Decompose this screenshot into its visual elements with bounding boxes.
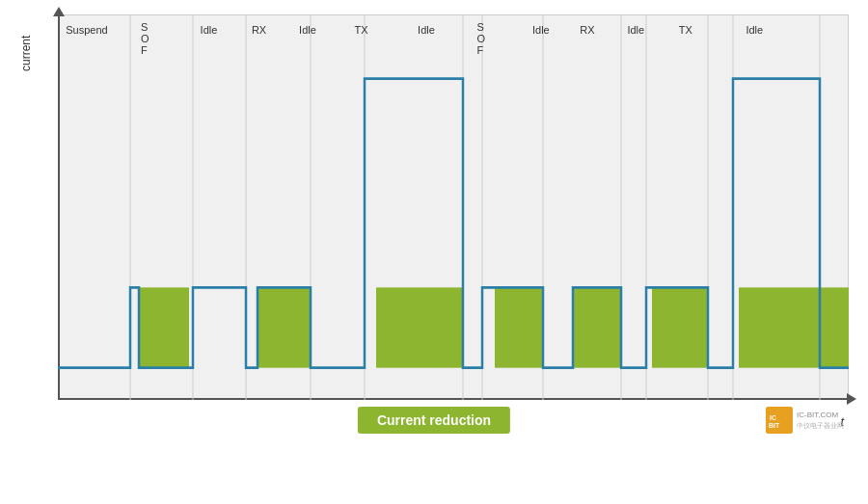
svg-rect-0 — [139, 287, 189, 367]
watermark: IC BIT IC-BIT.COM 中仪电子器业网 — [766, 407, 844, 434]
chart-wrapper: current t — [19, 14, 849, 438]
current-reduction-label: Current reduction — [358, 407, 510, 434]
svg-rect-2 — [376, 287, 463, 367]
svg-text:BIT: BIT — [769, 422, 780, 429]
svg-rect-4 — [573, 287, 621, 367]
y-axis-label: current — [19, 24, 33, 82]
waveform-svg — [58, 14, 849, 400]
svg-rect-3 — [495, 287, 543, 367]
main-container: current t — [0, 0, 868, 504]
svg-rect-6 — [739, 287, 849, 367]
svg-text:IC: IC — [770, 414, 776, 421]
svg-rect-1 — [258, 287, 311, 367]
svg-rect-5 — [652, 287, 708, 367]
